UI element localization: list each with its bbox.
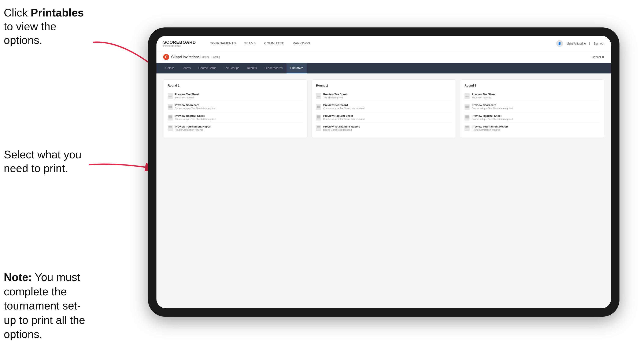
print-item-title-2-3: Preview Raguzzi Sheet — [323, 114, 364, 117]
tab-course-setup[interactable]: Course Setup — [194, 63, 220, 73]
instruction-mid: Select what you need to print. — [4, 148, 84, 175]
print-item-2-4[interactable]: Preview Tournament ReportRound Completio… — [316, 123, 452, 133]
print-item-title-2-4: Preview Tournament Report — [323, 125, 360, 128]
tab-results[interactable]: Results — [243, 63, 261, 73]
sign-out-link[interactable]: Sign out — [594, 42, 604, 45]
print-item-title-3-3: Preview Raguzzi Sheet — [472, 114, 513, 117]
sub-nav: Details Teams Course Setup Tee Groups Re… — [156, 63, 611, 73]
nav-tournaments[interactable]: TOURNAMENTS — [206, 36, 240, 51]
print-item-title-3-2: Preview Scorecard — [472, 103, 513, 107]
instruction-mid-text: Select what you need to print. — [4, 148, 82, 174]
tournament-header: C Clippd Invitational (Men) Hosting Canc… — [156, 51, 611, 63]
print-item-1-2[interactable]: Preview ScorecardCourse setup + Tee Shee… — [168, 101, 303, 112]
tab-details[interactable]: Details — [162, 63, 178, 73]
print-item-title-1-2: Preview Scorecard — [175, 103, 216, 107]
round-1-column: Round 1Preview Tee SheetTee Sheet requir… — [163, 79, 308, 138]
tablet-frame: SCOREBOARD Powered by clippd TOURNAMENTS… — [148, 27, 620, 317]
instruction-top-text: Click — [4, 6, 31, 19]
logo-title: SCOREBOARD — [163, 40, 196, 45]
nav-teams[interactable]: TEAMS — [240, 36, 260, 51]
tab-leaderboards[interactable]: Leaderboards — [261, 63, 286, 73]
logo-subtitle: Powered by clippd — [163, 45, 196, 47]
document-icon — [168, 104, 173, 110]
print-item-sub-2-2: Course setup + Tee Sheet data required — [323, 107, 364, 110]
print-item-3-2[interactable]: Preview ScorecardCourse setup + Tee Shee… — [464, 101, 600, 112]
document-icon — [464, 125, 470, 131]
print-item-sub-1-1: Tee Sheet required — [175, 96, 199, 99]
document-icon — [464, 104, 470, 110]
note-bold: Note: — [4, 271, 32, 283]
print-item-title-2-2: Preview Scorecard — [323, 103, 364, 107]
cancel-button[interactable]: Cancel ✕ — [592, 55, 604, 59]
round-1-title: Round 1 — [168, 84, 303, 87]
print-item-3-1[interactable]: Preview Tee SheetTee Sheet required — [464, 91, 600, 101]
print-item-title-1-4: Preview Tournament Report — [175, 125, 211, 128]
print-item-sub-3-2: Course setup + Tee Sheet data required — [472, 107, 513, 110]
print-item-title-1-1: Preview Tee Sheet — [175, 93, 199, 96]
print-item-sub-3-4: Round Completion required — [472, 129, 508, 131]
tablet-screen: SCOREBOARD Powered by clippd TOURNAMENTS… — [156, 36, 611, 308]
document-icon — [168, 125, 173, 131]
nav-committee[interactable]: COMMITTEE — [260, 36, 288, 51]
document-icon — [316, 125, 321, 131]
print-item-2-2[interactable]: Preview ScorecardCourse setup + Tee Shee… — [316, 101, 452, 112]
print-item-sub-2-4: Round Completion required — [323, 129, 360, 131]
print-item-2-3[interactable]: Preview Raguzzi SheetCourse setup + Tee … — [316, 112, 452, 123]
instruction-top-rest: to view the options. — [4, 20, 56, 46]
print-item-sub-2-1: Tee Sheet required — [323, 96, 347, 99]
rounds-grid: Round 1Preview Tee SheetTee Sheet requir… — [163, 79, 604, 138]
printables-bold: Printables — [31, 6, 84, 19]
logo-area: SCOREBOARD Powered by clippd — [163, 40, 196, 47]
print-item-sub-3-3: Course setup + Tee Sheet data required — [472, 118, 513, 120]
nav-right: 👤 blair@clippd.io | Sign out — [556, 40, 604, 47]
user-email: blair@clippd.io — [566, 42, 586, 45]
print-item-3-4[interactable]: Preview Tournament ReportRound Completio… — [464, 123, 600, 133]
document-icon — [316, 104, 321, 110]
print-item-sub-1-2: Course setup + Tee Sheet data required — [175, 107, 216, 110]
print-item-1-1[interactable]: Preview Tee SheetTee Sheet required — [168, 91, 303, 101]
document-icon — [168, 115, 173, 121]
print-item-sub-1-4: Round Completion required — [175, 129, 211, 131]
tab-tee-groups[interactable]: Tee Groups — [220, 63, 243, 73]
tournament-logo: C — [163, 54, 169, 60]
tournament-name: Clippd Invitational — [171, 55, 201, 59]
print-item-1-3[interactable]: Preview Raguzzi SheetCourse setup + Tee … — [168, 112, 303, 123]
document-icon — [168, 93, 173, 99]
top-nav: SCOREBOARD Powered by clippd TOURNAMENTS… — [156, 36, 611, 51]
instruction-bottom: Note: You must complete the tournament s… — [4, 270, 92, 342]
document-icon — [464, 93, 470, 99]
print-item-title-3-1: Preview Tee Sheet — [472, 93, 496, 96]
main-content: Round 1Preview Tee SheetTee Sheet requir… — [156, 73, 611, 308]
round-3-column: Round 3Preview Tee SheetTee Sheet requir… — [460, 79, 604, 138]
tournament-tag: (Men) — [202, 55, 209, 58]
round-2-column: Round 2Preview Tee SheetTee Sheet requir… — [312, 79, 456, 138]
print-item-1-4[interactable]: Preview Tournament ReportRound Completio… — [168, 123, 303, 133]
print-item-3-3[interactable]: Preview Raguzzi SheetCourse setup + Tee … — [464, 112, 600, 123]
user-avatar: 👤 — [556, 40, 563, 47]
hosting-badge: Hosting — [212, 55, 220, 58]
instruction-top: Click Printables to view the options. — [4, 6, 84, 47]
print-item-sub-3-1: Tee Sheet required — [472, 96, 496, 99]
print-item-title-1-3: Preview Raguzzi Sheet — [175, 114, 216, 117]
nav-rankings[interactable]: RANKINGS — [288, 36, 314, 51]
main-nav: TOURNAMENTS TEAMS COMMITTEE RANKINGS — [206, 36, 556, 51]
round-2-title: Round 2 — [316, 84, 452, 87]
tab-teams[interactable]: Teams — [178, 63, 194, 73]
print-item-title-2-1: Preview Tee Sheet — [323, 93, 347, 96]
document-icon — [464, 115, 470, 121]
round-3-title: Round 3 — [464, 84, 600, 87]
tab-printables[interactable]: Printables — [286, 63, 307, 73]
print-item-title-3-4: Preview Tournament Report — [472, 125, 508, 128]
print-item-2-1[interactable]: Preview Tee SheetTee Sheet required — [316, 91, 452, 101]
document-icon — [316, 93, 321, 99]
print-item-sub-2-3: Course setup + Tee Sheet data required — [323, 118, 364, 120]
print-item-sub-1-3: Course setup + Tee Sheet data required — [175, 118, 216, 120]
document-icon — [316, 115, 321, 121]
